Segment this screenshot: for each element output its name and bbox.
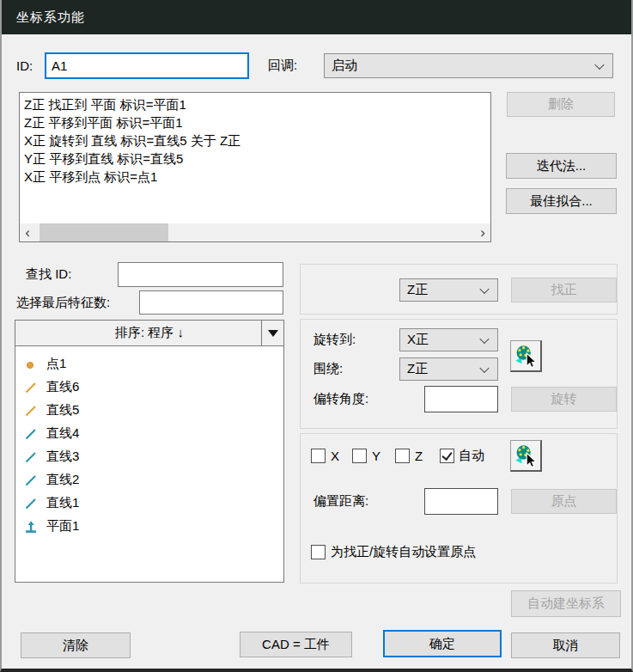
- auto-alignment-button[interactable]: 自动建坐标系: [511, 590, 621, 617]
- feature-name: 直线1: [46, 495, 79, 511]
- select-last-count-input[interactable]: [139, 290, 283, 315]
- auto-checkbox[interactable]: [440, 449, 454, 463]
- line-icon: [24, 473, 38, 487]
- horizontal-scrollbar[interactable]: ‹ ›: [20, 223, 490, 241]
- line-icon: [24, 497, 38, 510]
- line-icon: [24, 404, 38, 418]
- y-checkbox-label: Y: [372, 448, 380, 464]
- about-label: 围绕:: [313, 357, 343, 381]
- feature-row[interactable]: 直线6: [15, 376, 283, 399]
- scrollbar-thumb[interactable]: [40, 223, 168, 241]
- feature-name: 平面1: [46, 518, 79, 535]
- best-fit-button[interactable]: 最佳拟合...: [506, 188, 617, 214]
- feature-name: 点1: [46, 356, 66, 372]
- clear-button[interactable]: 清除: [21, 632, 131, 658]
- feature-row[interactable]: 点1: [15, 352, 283, 376]
- title-bar[interactable]: 坐标系功能: [0, 0, 633, 34]
- callback-select[interactable]: 启动: [324, 53, 613, 78]
- auto-origin-label: 为找正/旋转自动设置原点: [331, 544, 476, 560]
- align-axis-value: Z正: [407, 282, 428, 298]
- x-checkbox[interactable]: [311, 449, 326, 463]
- chevron-down-icon: [479, 284, 489, 293]
- list-item[interactable]: Z正 找正到 平面 标识=平面1: [20, 95, 490, 113]
- offset-label: 偏置距离:: [313, 488, 368, 515]
- cad-equals-part-button[interactable]: CAD = 工件: [240, 632, 352, 657]
- feature-name: 直线4: [46, 425, 79, 442]
- point-icon: [24, 357, 38, 371]
- callback-value: 启动: [332, 58, 357, 74]
- y-checkbox[interactable]: [352, 449, 367, 463]
- tree-cursor-icon: [514, 443, 538, 467]
- feature-row[interactable]: 直线5: [15, 399, 283, 422]
- rotate-to-value: X正: [407, 332, 429, 348]
- feature-name: 直线5: [46, 402, 79, 418]
- id-input[interactable]: [45, 52, 249, 79]
- find-id-label: 查找 ID:: [26, 262, 71, 287]
- origin-button[interactable]: 原点: [511, 489, 617, 514]
- iterative-button[interactable]: 迭代法...: [506, 153, 617, 179]
- rotate-to-select[interactable]: X正: [399, 328, 498, 351]
- plane-icon: [24, 520, 38, 534]
- feature-name: 直线3: [46, 449, 79, 465]
- alignment-dialog: 坐标系功能 ID: 回调: 启动 Z正 找正到 平面 标识=平面1 Z正 平移到…: [0, 0, 633, 672]
- list-item[interactable]: X正 平移到点 标识=点1: [20, 168, 490, 186]
- line-icon: [24, 381, 38, 394]
- cancel-button[interactable]: 取消: [511, 632, 620, 658]
- triangle-down-icon: [268, 330, 278, 337]
- scroll-right-icon[interactable]: ›: [475, 223, 490, 241]
- chevron-down-icon: [594, 59, 604, 69]
- align-axis-select[interactable]: Z正: [399, 278, 498, 302]
- rotate-to-label: 旋转到:: [313, 328, 356, 351]
- feature-name: 直线6: [46, 379, 79, 395]
- select-last-count-label: 选择最后特征数:: [16, 290, 110, 315]
- scroll-left-icon[interactable]: ‹: [20, 223, 35, 241]
- feature-name: 直线2: [46, 472, 79, 488]
- rotate-button[interactable]: 旋转: [511, 387, 617, 412]
- auto-checkbox-label: 自动: [459, 448, 484, 464]
- offset-input[interactable]: [424, 488, 498, 515]
- tree-cursor-icon: [514, 344, 538, 368]
- sort-label: 排序: 程序 ↓: [115, 325, 184, 341]
- angle-label: 偏转角度:: [313, 386, 368, 412]
- feature-row[interactable]: 直线4: [15, 422, 283, 445]
- z-checkbox[interactable]: [395, 449, 410, 463]
- alignment-steps-list[interactable]: Z正 找正到 平面 标识=平面1 Z正 平移到平面 标识=平面1 X正 旋转到 …: [19, 92, 491, 242]
- about-axis-value: Z正: [407, 361, 428, 377]
- about-axis-select[interactable]: Z正: [399, 357, 498, 381]
- ok-button[interactable]: 确定: [383, 630, 502, 657]
- auto-origin-checkbox[interactable]: [311, 545, 326, 559]
- z-checkbox-label: Z: [415, 448, 423, 464]
- list-item[interactable]: Y正 平移到直线 标识=直线5: [20, 150, 490, 168]
- find-id-input[interactable]: [118, 262, 283, 287]
- feature-row[interactable]: 直线2: [15, 468, 283, 492]
- list-item[interactable]: X正 旋转到 直线 标识=直线5 关于 Z正: [20, 131, 490, 150]
- feature-row[interactable]: 直线3: [15, 445, 283, 468]
- pick-origin-feature-button[interactable]: [510, 440, 542, 472]
- angle-input[interactable]: [424, 386, 498, 412]
- feature-list[interactable]: 点1 直线6 直线5 直线4 直线3 直线2 直线1 平面1: [15, 345, 284, 583]
- chevron-down-icon: [479, 363, 489, 372]
- chevron-down-icon: [479, 333, 489, 343]
- align-button[interactable]: 找正: [511, 278, 617, 302]
- callback-label: 回调:: [268, 52, 297, 79]
- sort-header[interactable]: 排序: 程序 ↓: [15, 320, 284, 346]
- sort-dropdown-button[interactable]: [261, 321, 283, 345]
- line-icon: [24, 427, 38, 441]
- list-item[interactable]: Z正 平移到平面 标识=平面1: [20, 113, 490, 131]
- line-icon: [24, 450, 38, 464]
- pick-feature-button[interactable]: [510, 340, 542, 372]
- x-checkbox-label: X: [331, 448, 339, 464]
- delete-button[interactable]: 删除: [507, 92, 615, 117]
- id-label: ID:: [16, 52, 33, 79]
- feature-row[interactable]: 直线1: [15, 492, 283, 515]
- dialog-title: 坐标系功能: [16, 9, 85, 26]
- feature-row[interactable]: 平面1: [15, 515, 283, 538]
